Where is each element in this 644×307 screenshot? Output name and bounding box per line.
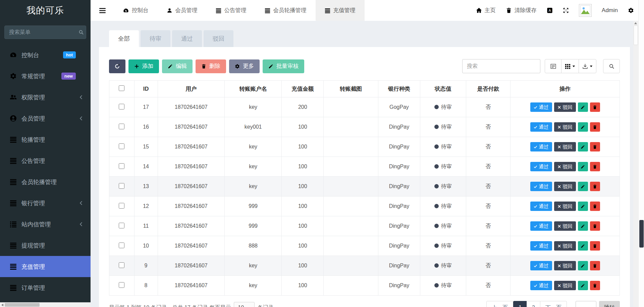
search-icon[interactable] <box>78 30 84 35</box>
row-checkbox[interactable] <box>119 163 124 169</box>
home-link[interactable]: 主页 <box>476 7 496 14</box>
table-search-input[interactable] <box>462 59 540 73</box>
approve-button[interactable]: 通过 <box>530 261 552 270</box>
delete-row-button[interactable] <box>590 221 600 231</box>
page-button-2[interactable]: 2 <box>527 301 540 307</box>
reject-button[interactable]: 驳回 <box>554 162 576 171</box>
sidebar-item-order[interactable]: 订单管理 <box>0 277 91 298</box>
row-checkbox[interactable] <box>119 243 124 248</box>
scrollbar-thumb[interactable] <box>5 303 40 307</box>
delete-row-button[interactable] <box>590 102 600 112</box>
more-button[interactable]: 更多 <box>229 59 260 73</box>
sidebar-item-console[interactable]: 控制台hot <box>0 44 91 65</box>
content-vertical-scrollbar[interactable] <box>633 21 638 307</box>
reject-button[interactable]: 驳回 <box>554 221 576 231</box>
jump-button[interactable]: 跳转 <box>599 301 620 307</box>
edit-row-button[interactable] <box>578 142 588 151</box>
filter-tab-rejected[interactable]: 驳回 <box>204 30 233 47</box>
page-button-1[interactable]: 1 <box>513 301 527 307</box>
sidebar-item-withdraw[interactable]: 提现管理 <box>0 235 91 256</box>
refresh-button[interactable] <box>109 59 125 73</box>
edit-row-button[interactable] <box>578 102 588 112</box>
sidebar-item-carousel[interactable]: 轮播管理 <box>0 129 91 150</box>
delete-row-button[interactable] <box>590 261 600 270</box>
filter-tab-approved[interactable]: 通过 <box>172 30 202 47</box>
scroll-up-arrow-icon[interactable] <box>634 22 637 24</box>
approve-button[interactable]: 通过 <box>530 102 552 112</box>
approve-button[interactable]: 通过 <box>530 221 552 231</box>
delete-button[interactable]: 删除 <box>196 59 226 73</box>
scroll-left-arrow-icon[interactable] <box>1 304 3 306</box>
approve-button[interactable]: 通过 <box>530 281 552 290</box>
page-vertical-scrollbar[interactable] <box>638 0 644 307</box>
reject-button[interactable]: 驳回 <box>554 241 576 251</box>
approve-button[interactable]: 通过 <box>530 241 552 251</box>
select-all-checkbox[interactable] <box>119 85 124 91</box>
approve-button[interactable]: 通过 <box>530 142 552 151</box>
delete-row-button[interactable] <box>590 182 600 191</box>
columns-button[interactable] <box>561 59 579 73</box>
delete-row-button[interactable] <box>590 142 600 151</box>
page-size-select[interactable]: 10 <box>234 302 255 307</box>
next-page-button[interactable]: 下一页 <box>540 301 567 307</box>
sidebar-item-member[interactable]: 会员管理 <box>0 108 91 129</box>
delete-row-button[interactable] <box>590 281 600 290</box>
avatar[interactable] <box>579 4 592 17</box>
reject-button[interactable]: 驳回 <box>554 182 576 191</box>
detail-view-button[interactable] <box>545 59 561 73</box>
sidebar-item-general[interactable]: 常规管理new <box>0 65 91 87</box>
delete-row-button[interactable] <box>590 162 600 171</box>
edit-button[interactable]: 编辑 <box>162 59 193 73</box>
username-label[interactable]: Admin <box>602 7 618 14</box>
prev-page-button[interactable]: 上一页 <box>486 301 513 307</box>
edit-row-button[interactable] <box>578 241 588 251</box>
reject-button[interactable]: 驳回 <box>554 202 576 211</box>
edit-row-button[interactable] <box>578 162 588 171</box>
row-checkbox[interactable] <box>119 282 124 288</box>
reject-button[interactable]: 驳回 <box>554 281 576 290</box>
edit-row-button[interactable] <box>578 221 588 231</box>
approve-button[interactable]: 通过 <box>530 202 552 211</box>
row-checkbox[interactable] <box>119 143 124 149</box>
row-checkbox[interactable] <box>119 203 124 209</box>
approve-button[interactable]: 通过 <box>530 162 552 171</box>
delete-row-button[interactable] <box>590 202 600 211</box>
scrollbar-thumb[interactable] <box>634 26 638 45</box>
reject-button[interactable]: 驳回 <box>554 142 576 151</box>
reject-button[interactable]: 驳回 <box>554 261 576 270</box>
topbar-tab-member[interactable]: 会员管理 <box>158 0 207 21</box>
sidebar-item-member-carousel[interactable]: 会员轮播管理 <box>0 171 91 192</box>
edit-row-button[interactable] <box>578 182 588 191</box>
add-button[interactable]: 添加 <box>128 59 159 73</box>
scrollbar-thumb[interactable] <box>639 220 644 248</box>
sidebar-item-permission[interactable]: 权限管理 <box>0 87 91 108</box>
menu-search-box[interactable] <box>4 26 86 39</box>
clear-cache-link[interactable]: 清除缓存 <box>506 7 537 14</box>
search-submit-button[interactable] <box>603 59 620 73</box>
topbar-tab-console[interactable]: 控制台 <box>114 0 158 21</box>
sidebar-toggle-button[interactable] <box>91 0 114 21</box>
settings-button[interactable] <box>628 7 634 13</box>
edit-row-button[interactable] <box>578 122 588 132</box>
sidebar-item-recharge[interactable]: 充值管理 <box>0 256 91 277</box>
reject-button[interactable]: 驳回 <box>554 102 576 112</box>
sidebar-item-notice[interactable]: 公告管理 <box>0 150 91 171</box>
topbar-tab-notice[interactable]: 公告管理 <box>207 0 256 21</box>
row-checkbox[interactable] <box>119 104 124 109</box>
fullscreen-button[interactable] <box>563 7 569 13</box>
sidebar-horizontal-scrollbar[interactable] <box>0 302 91 307</box>
batch-review-button[interactable]: 批量审核 <box>263 59 304 73</box>
filter-tab-all[interactable]: 全部 <box>109 30 139 47</box>
row-checkbox[interactable] <box>119 124 124 129</box>
delete-row-button[interactable] <box>590 122 600 132</box>
menu-search-input[interactable] <box>9 29 78 35</box>
edit-row-button[interactable] <box>578 281 588 290</box>
jump-page-input[interactable] <box>576 301 596 307</box>
row-checkbox[interactable] <box>119 183 124 189</box>
topbar-tab-recharge[interactable]: 充值管理 <box>316 0 365 21</box>
sidebar-item-bank[interactable]: 银行管理 <box>0 192 91 214</box>
edit-row-button[interactable] <box>578 202 588 211</box>
sidebar-item-mail[interactable]: 站内信管理 <box>0 214 91 235</box>
delete-row-button[interactable] <box>590 241 600 251</box>
edit-row-button[interactable] <box>578 261 588 270</box>
